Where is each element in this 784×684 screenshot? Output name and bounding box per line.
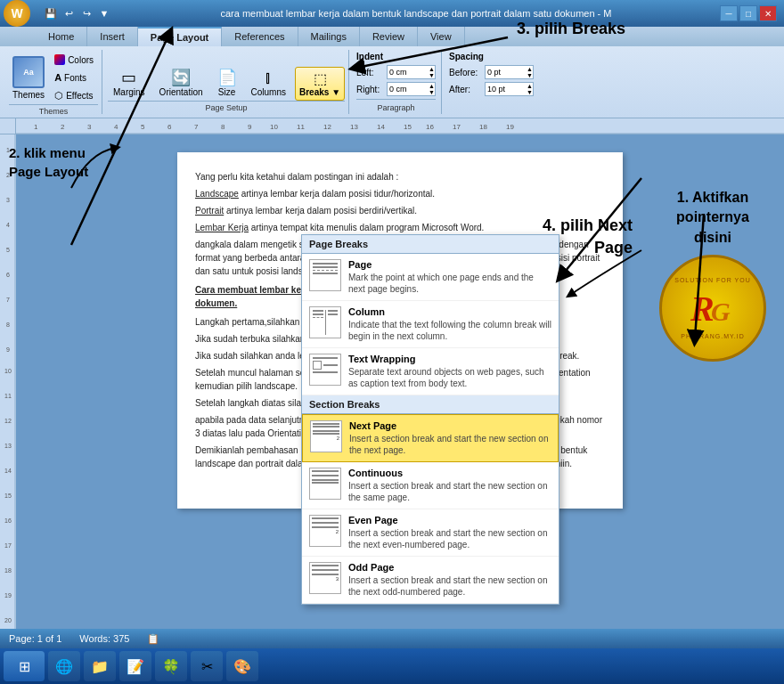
redo-button[interactable]: ↪ <box>78 5 94 21</box>
spacing-before-row: Before: 0 pt ▲ ▼ <box>449 65 534 79</box>
taskbar-explorer[interactable]: 📁 <box>84 651 116 681</box>
tab-mailings[interactable]: Mailings <box>298 27 360 46</box>
menu-item-continuous[interactable]: Continuous Insert a section break and st… <box>302 462 559 509</box>
tab-references[interactable]: References <box>222 27 298 46</box>
taskbar-cut[interactable]: ✂ <box>191 651 223 681</box>
tab-page-layout[interactable]: Page Layout <box>138 27 222 46</box>
spacing-before-label: Before: <box>449 68 481 77</box>
text-wrapping-text: Text Wrapping Separate text around objec… <box>348 354 551 389</box>
menu-item-column[interactable]: Column Indicate that the text following … <box>302 301 559 348</box>
column-break-icon <box>309 306 341 338</box>
text-wrapping-icon <box>309 354 341 386</box>
minimize-button[interactable]: ─ <box>720 5 738 21</box>
menu-item-even-page[interactable]: 2 Even Page Insert a section break and s… <box>302 509 559 557</box>
taskbar-word[interactable]: 📝 <box>119 651 151 681</box>
odd-page-icon: 3 <box>309 562 341 594</box>
svg-text:14: 14 <box>4 468 12 474</box>
themes-big-button[interactable]: Aa Themes <box>9 54 48 102</box>
save-button[interactable]: 💾 <box>43 5 59 21</box>
spacing-group: Spacing Before: 0 pt ▲ ▼ After: 10 pt <box>444 50 539 114</box>
quick-access-toolbar: 💾 ↩ ↪ ▼ <box>43 5 112 21</box>
svg-text:5: 5 <box>141 123 145 131</box>
breaks-label: Breaks ▼ <box>299 87 340 97</box>
svg-text:4: 4 <box>114 123 118 131</box>
page-breaks-header: Page Breaks <box>302 235 559 254</box>
menu-item-text-wrapping[interactable]: Text Wrapping Separate text around objec… <box>302 348 559 395</box>
annotation-step2: 2. klik menuPage Layout <box>9 143 88 181</box>
margins-button[interactable]: ▭ Margins <box>108 64 151 101</box>
svg-text:7: 7 <box>6 297 10 303</box>
indent-right-input[interactable]: 0 cm ▲ ▼ <box>387 82 436 96</box>
indent-left-spinners: ▲ ▼ <box>429 66 435 78</box>
svg-text:17: 17 <box>4 542 12 549</box>
spacing-before-down[interactable]: ▼ <box>527 72 533 78</box>
close-button[interactable]: ✕ <box>759 5 777 21</box>
taskbar-chrome[interactable]: 🌐 <box>48 651 80 681</box>
continuous-text: Continuous Insert a section break and st… <box>348 468 551 503</box>
spacing-before-up[interactable]: ▲ <box>527 66 533 72</box>
svg-text:12: 12 <box>4 418 12 424</box>
taskbar: ⊞ 🌐 📁 📝 🍀 ✂ 🎨 <box>0 648 784 684</box>
annotation-step1: 1. Aktifkanpointernyadisini <box>650 188 775 248</box>
doc-para-2: Landscape artinya lembar kerja dalam pos… <box>195 187 605 200</box>
breaks-dropdown-menu: Page Breaks Page Mark the point at which… <box>301 234 559 605</box>
tab-home[interactable]: Home <box>36 27 87 46</box>
menu-item-page[interactable]: Page Mark the point at which one page en… <box>302 254 559 301</box>
svg-text:12: 12 <box>323 123 331 131</box>
svg-text:18: 18 <box>479 123 487 131</box>
undo-button[interactable]: ↩ <box>61 5 77 21</box>
tab-review[interactable]: Review <box>360 27 418 46</box>
next-page-text: Next Page Insert a section break and sta… <box>349 420 551 456</box>
menu-item-next-page[interactable]: 2 Next Page Insert a section break and s… <box>302 414 559 462</box>
spacing-after-label: After: <box>449 85 481 94</box>
indent-left-up[interactable]: ▲ <box>429 66 435 72</box>
maximize-button[interactable]: □ <box>739 5 757 21</box>
spacing-before-input[interactable]: 0 pt ▲ ▼ <box>485 65 534 79</box>
breaks-button[interactable]: ⬚ Breaks ▼ <box>295 67 345 101</box>
window-title: cara membuat lembar kerja dalam bentuk l… <box>112 8 720 19</box>
spacing-after-up[interactable]: ▲ <box>527 83 533 89</box>
indent-group: Indent Left: 0 cm ▲ ▼ Right: 0 cm <box>351 50 442 114</box>
spacing-after-input[interactable]: 10 pt ▲ ▼ <box>485 82 534 96</box>
tab-view[interactable]: View <box>418 27 465 46</box>
start-button[interactable]: ⊞ <box>4 651 45 681</box>
menu-item-odd-page[interactable]: 3 Odd Page Insert a section break and st… <box>302 557 559 604</box>
themes-group-label: Themes <box>9 104 98 116</box>
tab-insert[interactable]: Insert <box>87 27 138 46</box>
indent-right-down[interactable]: ▼ <box>429 89 435 95</box>
taskbar-clover[interactable]: 🍀 <box>155 651 187 681</box>
page-break-icon <box>309 259 341 291</box>
qa-dropdown[interactable]: ▼ <box>96 5 112 21</box>
window-controls: ─ □ ✕ <box>720 5 777 21</box>
breaks-icon: ⬚ <box>314 70 327 87</box>
effects-button[interactable]: ⬡ Effects <box>50 87 98 104</box>
themes-icon: Aa <box>23 68 34 77</box>
page-setup-group: ▭ Margins 🔄 Orientation 📄 Size ⫿ Columns <box>104 50 349 114</box>
page-setup-buttons: ▭ Margins 🔄 Orientation 📄 Size ⫿ Columns <box>108 52 345 101</box>
office-button[interactable]: W <box>4 0 30 27</box>
content-area: 1 2 3 4 5 6 7 8 9 10 11 12 13 14 15 16 1… <box>0 134 784 629</box>
svg-text:13: 13 <box>350 123 358 131</box>
spacing-after-down[interactable]: ▼ <box>527 89 533 95</box>
themes-button-label: Themes <box>12 90 45 100</box>
svg-text:7: 7 <box>194 123 199 131</box>
orientation-button[interactable]: 🔄 Orientation <box>154 64 208 101</box>
indent-right-up[interactable]: ▲ <box>429 83 435 89</box>
indent-left-input[interactable]: 0 cm ▲ ▼ <box>387 65 436 79</box>
page-setup-label: Page Setup <box>108 101 345 112</box>
size-button[interactable]: 📄 Size <box>212 64 242 101</box>
app-window: W 💾 ↩ ↪ ▼ cara membuat lembar kerja dala… <box>0 0 784 684</box>
effects-icon: ⬡ <box>54 90 63 102</box>
svg-text:6: 6 <box>167 123 172 131</box>
taskbar-paint[interactable]: 🎨 <box>226 651 258 681</box>
fonts-button[interactable]: A Fonts <box>50 69 98 86</box>
svg-text:G: G <box>711 297 731 326</box>
status-icon: 📋 <box>147 633 159 645</box>
columns-button[interactable]: ⫿ Columns <box>246 65 291 101</box>
svg-text:6: 6 <box>6 272 10 278</box>
colors-button[interactable]: Colors <box>50 52 98 68</box>
themes-group: Aa Themes Colors A Fonts <box>5 50 102 114</box>
status-page: Page: 1 of 1 <box>9 633 61 644</box>
logo-bottom-text: PHINRANG.MY.ID <box>681 333 744 339</box>
indent-left-down[interactable]: ▼ <box>429 72 435 78</box>
